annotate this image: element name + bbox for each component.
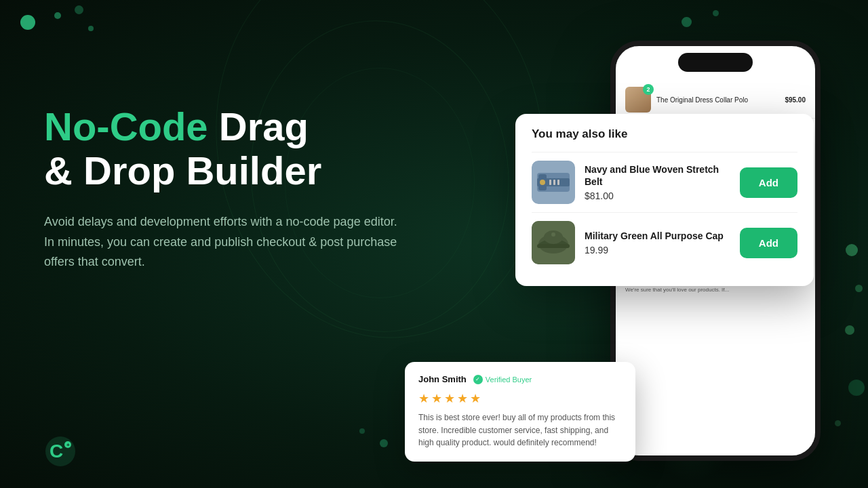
phone-product-row: 2 The Original Dress Collar Polo $95.00: [616, 81, 815, 119]
svg-text:+: +: [66, 442, 70, 448]
popup-item-cap: Military Green All Purpose Cap 19.99 Add: [532, 212, 797, 272]
phone-notch: [678, 53, 753, 72]
review-header: John Smith ✓ Verified Buyer: [418, 374, 622, 384]
logo: C +: [44, 435, 77, 468]
svg-rect-10: [553, 180, 555, 185]
belt-product-name: Navy and Blue Woven Stretch Belt: [585, 163, 730, 188]
cap-add-button[interactable]: Add: [740, 228, 797, 258]
popup-title: You may also like: [532, 127, 797, 141]
star-1: ★: [418, 391, 429, 406]
headline-accent: No-Code: [44, 104, 208, 148]
verified-icon: ✓: [473, 375, 483, 384]
reviewer-name: John Smith: [418, 374, 467, 384]
svg-rect-14: [537, 244, 570, 248]
hero-content: No-Code Drag& Drop Builder Avoid delays …: [44, 105, 437, 272]
cap-image-svg: [532, 221, 575, 264]
verified-label: Verified Buyer: [486, 375, 532, 384]
headline: No-Code Drag& Drop Builder: [44, 105, 437, 193]
belt-product-price: $81.00: [585, 190, 730, 201]
svg-rect-11: [557, 180, 559, 185]
upsell-popup: You may also like Navy and Blue Woven St…: [515, 114, 814, 286]
belt-product-info: Navy and Blue Woven Stretch Belt $81.00: [585, 163, 730, 201]
verified-badge: ✓ Verified Buyer: [473, 375, 532, 384]
belt-add-button[interactable]: Add: [740, 167, 797, 198]
hero-subtext: Avoid delays and development efforts wit…: [44, 212, 403, 272]
svg-rect-9: [549, 180, 551, 185]
review-text: This is best store ever! buy all of my p…: [418, 411, 622, 449]
star-4: ★: [457, 391, 468, 406]
belt-image-svg: [532, 161, 575, 204]
guarantee-desc: We're sure that you'll love our products…: [625, 287, 806, 293]
star-rating: ★ ★ ★ ★ ★: [418, 391, 622, 406]
star-5: ★: [470, 391, 481, 406]
popup-item-belt: Navy and Blue Woven Stretch Belt $81.00 …: [532, 152, 797, 212]
star-3: ★: [444, 391, 455, 406]
phone-product-image: 2: [625, 87, 651, 113]
svg-point-8: [540, 180, 545, 185]
belt-product-image: [532, 161, 575, 204]
cap-product-price: 19.99: [585, 245, 730, 256]
phone-product-badge: 2: [643, 84, 654, 95]
svg-text:C: C: [50, 441, 63, 462]
svg-point-16: [551, 232, 555, 237]
cap-product-image: [532, 221, 575, 264]
phone-product-name: The Original Dress Collar Polo: [656, 96, 779, 104]
cap-product-name: Military Green All Purpose Cap: [585, 230, 730, 242]
star-2: ★: [431, 391, 442, 406]
review-card: John Smith ✓ Verified Buyer ★ ★ ★ ★ ★ Th…: [405, 362, 635, 462]
phone-product-price: $95.00: [785, 96, 806, 104]
logo-icon: C +: [44, 435, 77, 468]
cap-product-info: Military Green All Purpose Cap 19.99: [585, 230, 730, 256]
